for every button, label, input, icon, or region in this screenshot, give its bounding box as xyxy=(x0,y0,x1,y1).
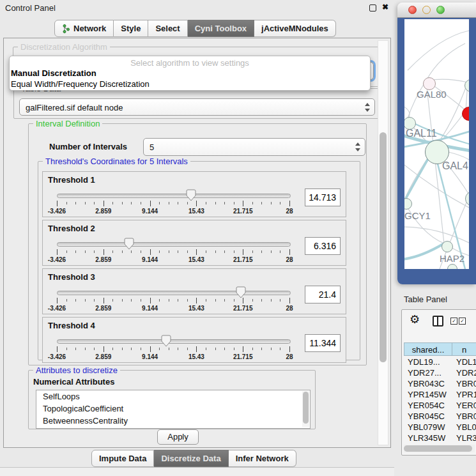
zoom-traffic-light-icon[interactable] xyxy=(436,6,445,14)
tab-impute-data[interactable]: Impute Data xyxy=(91,450,154,467)
cell-shared: YDR27... xyxy=(408,368,441,378)
threshold-1-slider[interactable]: -3.4262.8599.14415.4321.71528 xyxy=(57,190,289,215)
slider-track[interactable] xyxy=(57,339,291,344)
slider-thumb[interactable] xyxy=(161,335,171,347)
attribute-item-selfloops[interactable]: SelfLoops xyxy=(36,390,310,403)
threshold-3-value-input[interactable] xyxy=(305,286,341,303)
threshold-2-label: Threshold 2 xyxy=(48,224,95,233)
threshold-2-slider[interactable]: -3.4262.8599.14415.4321.71528 xyxy=(57,238,289,264)
number-of-intervals-label: Number of Intervals xyxy=(49,142,127,151)
slider-ticks xyxy=(57,346,289,353)
tab-style[interactable]: Style xyxy=(114,20,148,37)
tab-network[interactable]: Network xyxy=(54,20,114,37)
table-data-combobox[interactable]: galFiltered.sif default node xyxy=(19,98,375,116)
apply-button[interactable]: Apply xyxy=(157,429,199,445)
threshold-4-panel: Threshold 4 -3.4262.8599.14415.4321.7152… xyxy=(42,317,346,363)
table-row[interactable]: YLR345WYLR3 xyxy=(404,433,476,444)
threshold-4-label: Threshold 4 xyxy=(48,321,95,330)
tab-network-label: Network xyxy=(73,20,106,36)
column-header-shared[interactable]: shared... xyxy=(404,342,452,356)
column-header-name[interactable]: n xyxy=(452,342,476,356)
tab-infer-network[interactable]: Infer Network xyxy=(229,450,296,467)
table-row[interactable]: YER054CYER0 xyxy=(404,401,476,411)
network-canvas[interactable]: GAL80 GA C GAL11 GAL4 GCY1 H HAP2 xyxy=(404,19,469,269)
minimize-traffic-light-icon[interactable] xyxy=(422,6,431,14)
thresholds-groupbox: Threshold's Coordinates for 5 Intervals … xyxy=(38,161,360,360)
tab-cyni-toolbox-label: Cyni Toolbox xyxy=(195,20,247,36)
table-row[interactable]: YPR145WYPR1 xyxy=(404,390,476,401)
threshold-3-panel: Threshold 3 -3.4262.8599.14415.4321.7152… xyxy=(42,268,346,314)
table-horizontal-scrollbar[interactable] xyxy=(404,445,475,452)
tab-cyni-toolbox[interactable]: Cyni Toolbox xyxy=(188,20,254,37)
threshold-1-value-input[interactable] xyxy=(305,188,341,206)
node-label-gal11: GAL11 xyxy=(406,128,437,139)
table-row[interactable]: YBR043CYBR0 xyxy=(404,379,476,390)
panel-vertical-scrollbar[interactable] xyxy=(378,40,388,445)
tab-select[interactable]: Select xyxy=(148,20,187,37)
table-row[interactable]: YBR045CYBR0 xyxy=(404,411,476,422)
control-panel-tabs: Network Style Select Cyni Toolbox jActiv… xyxy=(54,20,336,37)
cyni-bottom-tabs: Impute Data Discretize Data Infer Networ… xyxy=(91,450,296,467)
table-panel: ⚙ ✓ ✓ shared... n YDL19...YDL1 YDR27...Y… xyxy=(401,309,476,456)
threshold-2-value-input[interactable] xyxy=(305,237,341,255)
cell-shared: YBR045C xyxy=(408,411,445,421)
cell-shared: YBR043C xyxy=(408,379,445,388)
tab-jactivemnodules[interactable]: jActiveMNodules xyxy=(254,20,336,37)
attribute-item-topologicalcoefficient[interactable]: TopologicalCoefficient xyxy=(36,403,310,415)
node-label-gal4: GAL4 xyxy=(442,160,468,172)
select-columns-checkbox-icon[interactable]: ✓ xyxy=(450,318,457,325)
interval-definition-groupbox: Interval Definition Number of Intervals … xyxy=(28,123,367,365)
slider-track[interactable] xyxy=(57,194,291,198)
threshold-4-value-input[interactable] xyxy=(305,334,341,352)
network-node-hap2[interactable] xyxy=(441,241,453,252)
slider-thumb[interactable] xyxy=(236,286,246,298)
threshold-3-slider[interactable]: -3.4262.8599.14415.4321.71528 xyxy=(57,287,289,312)
number-of-intervals-combobox[interactable]: 5 xyxy=(143,138,365,156)
network-node-gal80[interactable] xyxy=(423,77,436,90)
attributes-group-title: Attributes to discretize xyxy=(33,365,120,375)
column-layout-icon[interactable] xyxy=(433,316,443,326)
table-data-groupbox: Table Data galFiltered.sif default node xyxy=(13,88,380,119)
network-desktop: GAL80 GA C GAL11 GAL4 GCY1 H HAP2 xyxy=(397,18,476,284)
attribute-item-betweennesscentrality[interactable]: BetweennessCentrality xyxy=(36,415,310,427)
attributes-groupbox: Attributes to discretize Numerical Attri… xyxy=(28,370,316,429)
slider-track[interactable] xyxy=(57,291,291,295)
table-row[interactable]: YDR27...YDR2 xyxy=(404,368,476,379)
attributes-list-scrollbar[interactable] xyxy=(302,391,309,427)
table-row[interactable]: YBL079WYBL0 xyxy=(404,422,476,433)
table-rows: YDL19...YDL1 YDR27...YDR2 YBR043CYBR0 YP… xyxy=(404,357,476,450)
tab-impute-data-label: Impute Data xyxy=(99,450,146,466)
slider-track[interactable] xyxy=(57,242,291,247)
float-window-icon[interactable] xyxy=(369,4,376,12)
cell-name: YPR1 xyxy=(456,390,476,399)
cell-shared: YBL079W xyxy=(408,422,445,432)
slider-ticks xyxy=(57,249,289,256)
table-data-combobox-value: galFiltered.sif default node xyxy=(26,102,123,112)
slider-tick-labels: -3.4262.8599.14415.4321.71528 xyxy=(57,305,289,312)
combo-arrows-icon xyxy=(365,103,371,112)
threshold-2-panel: Threshold 2 -3.4262.8599.14415.4321.7152… xyxy=(42,220,346,266)
close-traffic-light-icon[interactable] xyxy=(408,6,417,14)
close-icon[interactable]: ✖ xyxy=(382,3,388,12)
algorithm-option-manual[interactable]: Manual Discretization xyxy=(10,68,370,79)
cell-name: YBR0 xyxy=(456,411,476,421)
slider-thumb[interactable] xyxy=(186,189,196,201)
table-row[interactable]: YDL19...YDL1 xyxy=(404,357,476,368)
table-settings-gear-icon[interactable]: ⚙ xyxy=(410,312,420,326)
threshold-4-slider[interactable]: -3.4262.8599.14415.4321.71528 xyxy=(57,335,289,361)
slider-tick-labels: -3.4262.8599.14415.4321.71528 xyxy=(57,208,289,215)
slider-thumb[interactable] xyxy=(124,238,134,250)
tab-discretize-data[interactable]: Discretize Data xyxy=(154,450,228,467)
scrollbar-thumb[interactable] xyxy=(380,132,387,362)
threshold-1-label: Threshold 1 xyxy=(48,175,95,185)
control-panel-titlebar: Control Panel ✖ xyxy=(0,0,394,15)
network-window-titlebar[interactable] xyxy=(397,3,476,18)
numerical-attributes-list[interactable]: SelfLoops TopologicalCoefficient Between… xyxy=(36,390,311,429)
cell-name: YLR3 xyxy=(456,433,476,443)
algorithm-option-equal-width[interactable]: Equal Width/Frequency Discretization xyxy=(10,79,370,89)
scrollbar-thumb[interactable] xyxy=(404,445,472,452)
select-all-checkbox-icon[interactable]: ✓ xyxy=(459,318,466,325)
cell-shared: YER054C xyxy=(408,401,445,410)
slider-tick-labels: -3.4262.8599.14415.4321.71528 xyxy=(57,256,289,264)
algorithm-group-title: Discretization Algorithm xyxy=(18,42,110,52)
